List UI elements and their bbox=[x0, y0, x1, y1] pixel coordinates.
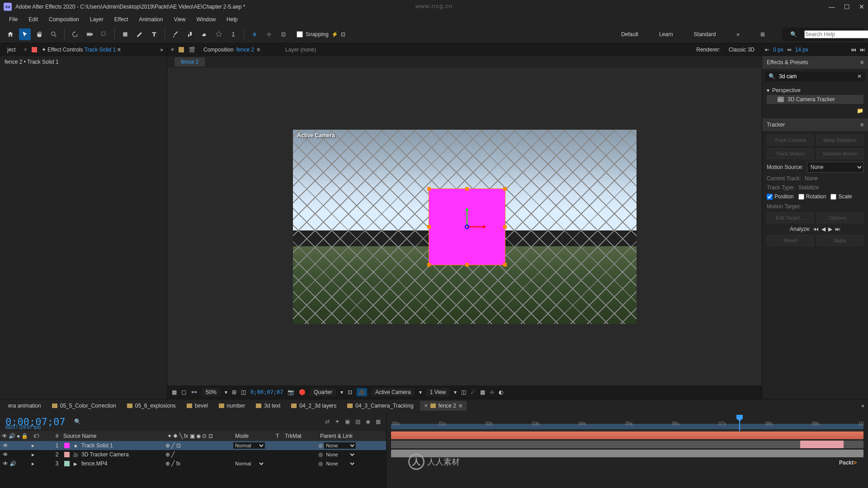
project-tab[interactable]: ject bbox=[4, 45, 19, 55]
align-left-icon[interactable]: ⇤ bbox=[765, 47, 769, 53]
project-tab-close-icon[interactable]: × bbox=[24, 47, 27, 53]
view-dropdown-icon[interactable]: ▾ bbox=[454, 389, 457, 395]
z-axis-handle[interactable] bbox=[465, 225, 469, 229]
layer-name[interactable]: Track Solid 1 bbox=[81, 442, 113, 449]
timeline-tab[interactable]: 04_2_3d layers bbox=[287, 401, 341, 411]
menu-animation[interactable]: Animation bbox=[134, 14, 167, 24]
parent-select[interactable]: None bbox=[324, 442, 356, 449]
zoom-select[interactable]: 50% bbox=[202, 388, 220, 396]
new-bin-icon[interactable]: 📁 bbox=[857, 108, 863, 114]
resize-handle[interactable] bbox=[503, 263, 507, 267]
timeline-tab-active[interactable]: ×fence 2≡ bbox=[420, 401, 467, 411]
parent-column[interactable]: Parent & Link bbox=[318, 433, 373, 439]
stabilize-motion-button[interactable]: Stabilize Motion bbox=[816, 148, 863, 159]
eraser-tool[interactable] bbox=[198, 28, 210, 40]
track-solid-layer[interactable] bbox=[429, 188, 505, 265]
parent-select[interactable]: None bbox=[324, 460, 356, 467]
layer-name[interactable]: 3D Tracker Camera bbox=[81, 451, 129, 458]
source-name-column[interactable]: Source Name bbox=[61, 433, 165, 439]
apply-button[interactable]: Apply bbox=[816, 235, 863, 246]
scale-checkbox[interactable] bbox=[830, 194, 836, 200]
layer-switch[interactable]: ╱ bbox=[171, 442, 175, 449]
timeline-tab[interactable]: number bbox=[214, 401, 250, 411]
track-motion-button[interactable]: Track Motion bbox=[767, 148, 814, 159]
align-offset-1[interactable]: 0 px bbox=[773, 47, 783, 53]
ruler-tick[interactable]: :00s bbox=[391, 421, 400, 431]
layer-switch[interactable]: ⊕ bbox=[165, 451, 170, 458]
twirl-icon[interactable]: ▸ bbox=[32, 451, 34, 458]
draft-3d-icon[interactable]: 👓 bbox=[191, 389, 198, 395]
ruler-tick[interactable]: 02s bbox=[486, 421, 493, 431]
layer-bar-solid[interactable] bbox=[391, 432, 863, 439]
solo-column-icon[interactable]: ● bbox=[17, 433, 20, 439]
panel-menu-icon[interactable]: ≡ bbox=[860, 122, 863, 128]
camera-dropdown-icon[interactable]: ▾ bbox=[419, 389, 422, 395]
reset-button[interactable]: Reset bbox=[767, 235, 814, 246]
rotation-checkbox[interactable] bbox=[798, 194, 804, 200]
ruler-tick[interactable]: 09s bbox=[812, 421, 819, 431]
x-axis-handle[interactable] bbox=[467, 226, 485, 227]
menu-edit[interactable]: Edit bbox=[24, 14, 42, 24]
timeline-tab[interactable]: 3d text bbox=[251, 401, 285, 411]
motion-blur-icon[interactable]: ◉ bbox=[366, 418, 370, 425]
panel-menu-icon[interactable]: ≡ bbox=[118, 47, 121, 53]
ruler-tick[interactable]: 03s bbox=[532, 421, 539, 431]
menu-layer[interactable]: Layer bbox=[85, 14, 108, 24]
resize-handle[interactable] bbox=[503, 225, 507, 229]
analyze-step-fwd-icon[interactable]: ▶ bbox=[828, 226, 832, 232]
mask-icon[interactable]: ◐ bbox=[499, 389, 503, 395]
timeline-tab[interactable]: bevel bbox=[182, 401, 212, 411]
analyze-step-back-icon[interactable]: ◀ bbox=[821, 226, 826, 232]
twirl-icon[interactable]: ▸ bbox=[32, 460, 34, 467]
effects-group-perspective[interactable]: ▾ Perspective bbox=[767, 86, 863, 95]
resize-handle[interactable] bbox=[465, 263, 469, 267]
view-layout-select[interactable]: 1 View bbox=[426, 388, 450, 396]
pickwhip-icon[interactable]: ◎ bbox=[318, 442, 323, 449]
3d-view-icon[interactable]: 🎥 bbox=[357, 388, 367, 396]
timeline-tab[interactable]: 04_3_Camera_Tracking bbox=[343, 401, 418, 411]
puppet-tool[interactable] bbox=[227, 28, 239, 40]
fast-preview-icon[interactable]: ⊡ bbox=[348, 389, 352, 395]
workspace-overflow-icon[interactable]: ⊞ bbox=[757, 29, 769, 39]
ruler-tick[interactable]: 06s bbox=[672, 421, 679, 431]
layer-row[interactable]: 👁 ▸ 2 🎥3D Tracker Camera ⊕ ╱ ◎ None bbox=[0, 450, 386, 459]
fx-switch[interactable]: ╱ fx bbox=[171, 460, 180, 467]
layer-none-tab[interactable]: Layer (none) bbox=[282, 45, 320, 55]
layer-bar-camera[interactable] bbox=[391, 441, 863, 448]
workspace-standard[interactable]: Standard bbox=[690, 29, 720, 39]
roi-icon[interactable]: ◫ bbox=[241, 389, 246, 395]
resize-handle[interactable] bbox=[427, 225, 431, 229]
exposure-icon[interactable]: ☄ bbox=[471, 389, 476, 395]
hand-tool[interactable] bbox=[33, 28, 45, 40]
eye-column-icon[interactable]: 👁 bbox=[2, 433, 7, 439]
position-checkbox[interactable] bbox=[767, 194, 773, 200]
resize-handle[interactable] bbox=[503, 187, 507, 191]
3d-switch[interactable]: ⊡ bbox=[176, 442, 181, 449]
clone-tool[interactable] bbox=[184, 28, 196, 40]
blend-mode-select[interactable]: Normal bbox=[233, 460, 265, 467]
pixel-aspect-icon[interactable]: ◫ bbox=[461, 389, 466, 395]
timeline-tab[interactable]: 05_6_explosions bbox=[123, 401, 180, 411]
grid-icon[interactable]: ▦ bbox=[480, 389, 485, 395]
speaker-icon[interactable]: 🔊 bbox=[9, 460, 16, 467]
minimize-button[interactable]: — bbox=[829, 3, 835, 10]
toggle-transparency-icon[interactable]: ▢ bbox=[181, 389, 186, 395]
audio-column-icon[interactable]: 🔊 bbox=[9, 433, 15, 439]
trkmat-column[interactable]: TrkMat bbox=[283, 433, 318, 439]
effect-controls-tab[interactable]: ✦ Effect Controls Track Solid 1 ≡ bbox=[42, 47, 121, 53]
pickwhip-icon[interactable]: ◎ bbox=[318, 460, 323, 467]
guides-icon[interactable]: ⊹ bbox=[490, 389, 494, 395]
camera-tool[interactable] bbox=[84, 28, 95, 40]
panel-menu-icon[interactable]: ≡ bbox=[860, 59, 863, 66]
resize-handle[interactable] bbox=[427, 263, 431, 267]
orbit-tool[interactable] bbox=[69, 28, 81, 40]
num-column[interactable]: # bbox=[52, 433, 61, 439]
timeline-tab[interactable]: 05_5_Color_Correction bbox=[47, 401, 121, 411]
shy-icon[interactable]: ▣ bbox=[345, 418, 350, 425]
mode-column[interactable]: Mode bbox=[233, 433, 274, 439]
toggle-alpha-icon[interactable]: ▦ bbox=[172, 389, 177, 395]
tabs-overflow-icon[interactable]: » bbox=[861, 403, 864, 409]
ruler-tick[interactable]: 08s bbox=[765, 421, 773, 431]
snap-options-icon[interactable]: ⚡ bbox=[331, 31, 338, 38]
pickwhip-icon[interactable]: ◎ bbox=[318, 451, 323, 458]
